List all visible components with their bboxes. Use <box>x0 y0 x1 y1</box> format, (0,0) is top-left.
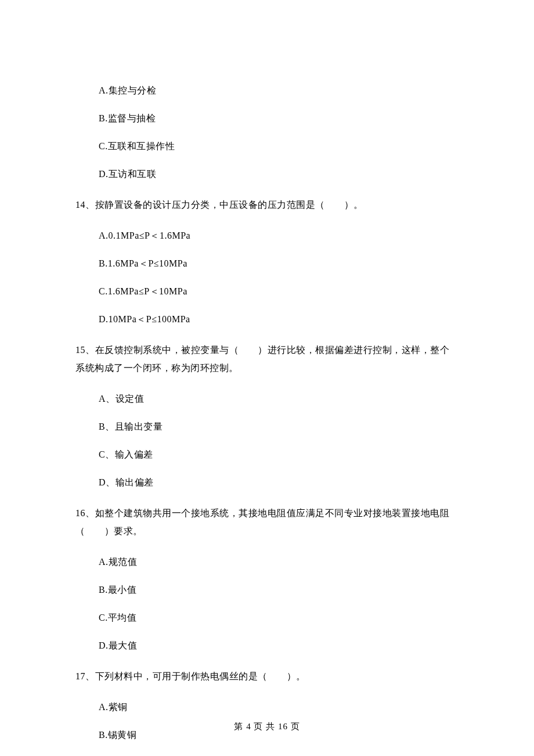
option-text: A、设定值 <box>99 392 459 406</box>
option-text: D.互访和互联 <box>99 167 459 181</box>
option-text: D.10MPa＜P≤100MPa <box>99 312 459 326</box>
option-text: C.互联和互操作性 <box>99 139 459 153</box>
page-footer: 第 4 页 共 16 页 <box>0 720 534 733</box>
option-text: A.规范值 <box>99 555 459 569</box>
question-text: 16、如整个建筑物共用一个接地系统，其接地电阻值应满足不同专业对接地装置接地电阻… <box>75 505 459 540</box>
question-text: 17、下列材料中，可用于制作热电偶丝的是（ ）。 <box>75 668 459 685</box>
option-text: A.紫铜 <box>99 700 459 714</box>
option-text: B.1.6MPa＜P≤10MPa <box>99 257 459 271</box>
question-text: 14、按静置设备的设计压力分类，中压设备的压力范围是（ ）。 <box>75 196 459 214</box>
option-text: B.最小值 <box>99 583 459 597</box>
option-text: D.最大值 <box>99 639 459 653</box>
option-text: C.平均值 <box>99 611 459 625</box>
option-text: A.集控与分检 <box>99 84 459 98</box>
question-text: 15、在反馈控制系统中，被控变量与（ ）进行比较，根据偏差进行控制，这样，整个系… <box>75 341 459 377</box>
option-text: D、输出偏差 <box>99 476 459 489</box>
option-text: C.1.6MPa≤P＜10MPa <box>99 285 459 298</box>
option-text: B.监督与抽检 <box>99 111 459 125</box>
document-page: A.集控与分检 B.监督与抽检 C.互联和互操作性 D.互访和互联 14、按静置… <box>0 0 534 756</box>
option-text: A.0.1MPa≤P＜1.6MPa <box>99 229 459 243</box>
option-text: B、且输出变量 <box>99 420 459 434</box>
option-text: C、输入偏差 <box>99 448 459 462</box>
